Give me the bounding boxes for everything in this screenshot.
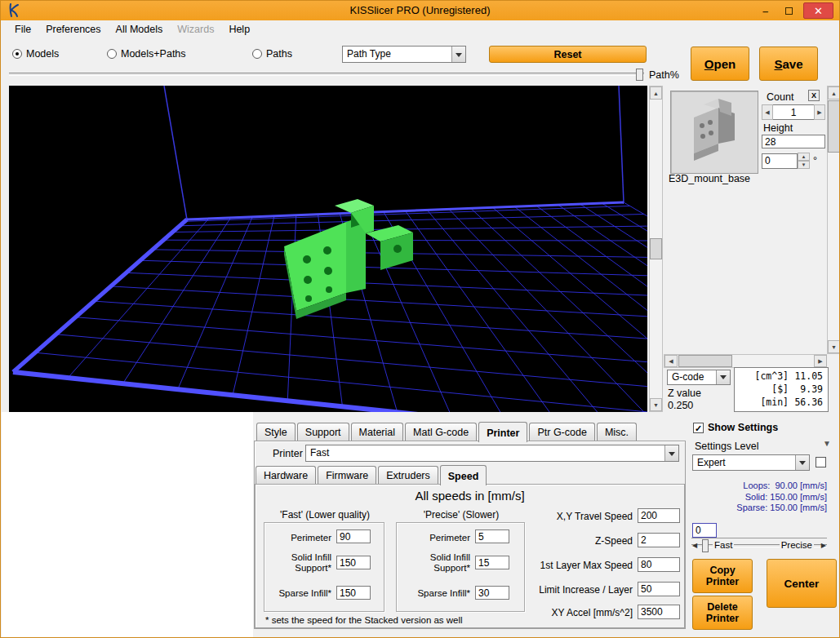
printer-label: Printer [273, 448, 303, 459]
tab-material[interactable]: Material [351, 423, 403, 441]
count-decrement-icon[interactable]: ◀ [762, 104, 773, 120]
subtab-speed[interactable]: Speed [440, 465, 487, 485]
tab-misc[interactable]: Misc. [597, 423, 637, 441]
center-button[interactable]: Center [767, 559, 837, 608]
models-panel-horizontal-scrollbar[interactable]: ◀ ▶ [664, 354, 827, 368]
panel-scroll-left-icon[interactable]: ◀ [664, 355, 678, 367]
subtab-firmware[interactable]: Firmware [318, 466, 376, 485]
viewport-vertical-scrollbar[interactable]: ▲ ▼ [649, 86, 663, 412]
panel-scroll-down-icon[interactable]: ▼ [828, 340, 840, 353]
radio-models-label: Models [26, 48, 59, 60]
fast-perimeter-input[interactable] [336, 529, 371, 543]
count-input[interactable] [773, 104, 814, 120]
kisslicer-window: KISSlicer PRO (Unregistered) – ✕ File Pr… [0, 0, 840, 638]
maximize-icon [785, 7, 793, 15]
viewport-scrollbar-thumb[interactable] [650, 238, 662, 259]
speed-footnote: * sets the speed for the Stacked version… [265, 615, 463, 625]
copy-printer-button[interactable]: Copy Printer [692, 559, 753, 593]
center-button-label: Center [784, 578, 820, 590]
settings-level-value: Expert [693, 455, 795, 470]
fast-precise-slider-handle[interactable] [702, 539, 709, 552]
fast-precise-slider[interactable]: ◀ Fast Precise ▶ [691, 538, 827, 552]
models-panel-vertical-scrollbar[interactable]: ▲ ▼ [827, 86, 840, 354]
tab-support[interactable]: Support [297, 423, 349, 441]
panel-collapse-icon[interactable]: ▼ [823, 439, 831, 448]
panel-scrollbar-thumb[interactable] [828, 100, 840, 153]
slider-right-icon[interactable]: ▶ [821, 542, 826, 549]
minimize-button[interactable]: – [754, 2, 776, 19]
menu-wizards: Wizards [170, 21, 221, 38]
scroll-down-icon[interactable]: ▼ [650, 398, 662, 411]
height-input[interactable] [762, 135, 825, 148]
radio-models-paths-label: Models+Paths [121, 48, 186, 60]
maximize-button[interactable] [778, 2, 800, 19]
path-type-value: Path Type [343, 47, 451, 62]
tab-style[interactable]: Style [256, 423, 296, 441]
scroll-up-icon[interactable]: ▲ [650, 86, 662, 100]
first-layer-max-speed-input[interactable] [638, 557, 680, 572]
titlebar[interactable]: KISSlicer PRO (Unregistered) – ✕ [1, 1, 839, 20]
path-type-dropdown[interactable]: Path Type [342, 46, 466, 63]
reset-button-label: Reset [553, 49, 581, 60]
gcode-dropdown[interactable]: G-code [667, 370, 731, 385]
rotation-unit-label: ° [813, 155, 817, 166]
bottom-left-canvas [2, 412, 253, 638]
rotation-down-icon[interactable]: ▼ [798, 161, 810, 169]
count-increment-icon[interactable]: ▶ [814, 104, 825, 120]
settings-level-checkbox[interactable] [816, 457, 826, 467]
xy-travel-speed-input[interactable] [638, 508, 680, 523]
panel-hscrollbar-thumb[interactable] [678, 355, 732, 367]
fast-solid-infill-input[interactable] [336, 556, 371, 569]
model-thumbnail[interactable] [670, 91, 758, 174]
path-percent-slider-track[interactable] [9, 73, 644, 76]
path-percent-slider[interactable] [9, 69, 644, 81]
tab-matl-gcode[interactable]: Matl G-code [405, 423, 477, 441]
path-percent-slider-handle[interactable] [636, 69, 643, 81]
menu-file[interactable]: File [7, 21, 38, 38]
chevron-down-icon[interactable] [451, 47, 465, 62]
gcode-dropdown-value: G-code [668, 370, 716, 384]
window-title: KISSlicer PRO (Unregistered) [1, 4, 839, 16]
z-speed-input[interactable] [638, 533, 680, 547]
reset-button[interactable]: Reset [489, 46, 647, 63]
menu-preferences[interactable]: Preferences [38, 21, 108, 38]
z-value-label: Z value [668, 388, 701, 399]
limit-increase-input[interactable] [638, 582, 680, 596]
printer-dropdown[interactable]: Fast [305, 445, 679, 462]
delete-printer-label: Delete Printer [700, 601, 744, 624]
panel-scroll-right-icon[interactable]: ▶ [814, 355, 827, 367]
close-button[interactable]: ✕ [803, 2, 833, 19]
menu-all-models[interactable]: All Models [109, 21, 171, 38]
rotation-up-icon[interactable]: ▲ [798, 153, 810, 161]
count-label: Count [767, 91, 793, 103]
speed-panel-heading: All speeds in [mm/s] [256, 489, 684, 503]
rotation-input[interactable] [762, 153, 798, 169]
radio-models-paths-dot [107, 49, 117, 59]
gcode-chevron-down-icon[interactable] [716, 370, 730, 384]
menubar: File Preferences All Models Wizards Help [1, 20, 839, 38]
radio-models-paths[interactable]: Models+Paths [107, 48, 186, 60]
viewport-3d-scene[interactable] [9, 86, 647, 412]
panel-scroll-up-icon[interactable]: ▲ [828, 86, 840, 100]
fast-sparse-infill-input[interactable] [336, 586, 371, 600]
save-button[interactable]: Save [759, 47, 818, 81]
subtab-extruders[interactable]: Extruders [378, 466, 438, 485]
tab-printer[interactable]: Printer [478, 422, 527, 442]
remove-model-button[interactable]: X [808, 90, 820, 101]
slider-left-icon[interactable]: ◀ [692, 542, 697, 549]
menu-help[interactable]: Help [221, 21, 257, 38]
open-button[interactable]: Open [691, 47, 749, 81]
viewport-3d[interactable] [9, 86, 647, 412]
fast-precise-value-input[interactable] [692, 523, 717, 538]
printer-chevron-down-icon[interactable] [664, 445, 678, 461]
delete-printer-button[interactable]: Delete Printer [692, 596, 753, 630]
settings-level-chevron-down-icon[interactable] [795, 455, 809, 470]
settings-level-dropdown[interactable]: Expert [692, 454, 810, 471]
xy-accel-input[interactable] [638, 605, 680, 619]
radio-models[interactable]: Models [12, 48, 59, 60]
tab-ptr-gcode[interactable]: Ptr G-code [529, 423, 594, 441]
radio-paths[interactable]: Paths [252, 48, 292, 60]
show-settings-checkbox[interactable]: ✓ Show Settings [693, 422, 778, 433]
stat-time-value: 56.36 [789, 396, 823, 409]
subtab-hardware[interactable]: Hardware [256, 466, 316, 485]
